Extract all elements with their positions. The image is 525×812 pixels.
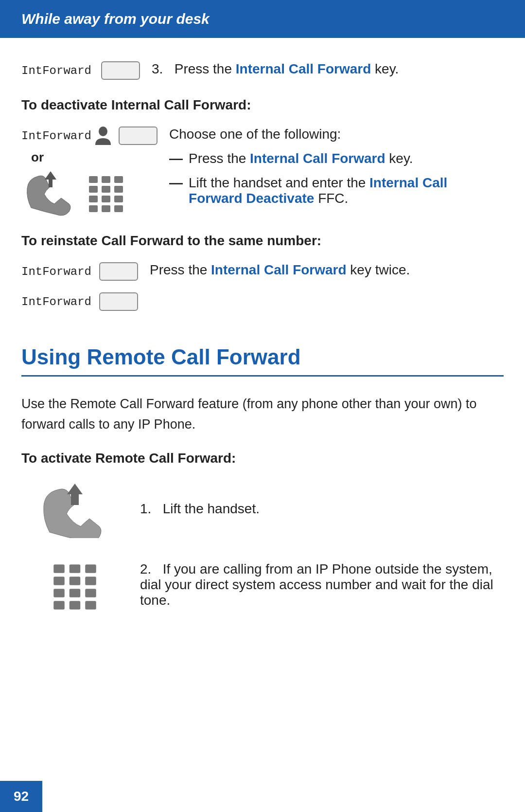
person-icon [95,126,111,145]
step3-row: IntForward 3. Press the Internal Call Fo… [21,61,504,80]
remote-step2-number: 2. [140,561,151,577]
header-bar: While away from your desk [0,0,525,38]
deactivate-icon-col: IntForward or [21,126,158,217]
bullet-item-2: — Lift the handset and enter the Interna… [169,175,504,206]
svg-rect-5 [89,186,98,193]
svg-rect-19 [70,577,81,585]
svg-rect-2 [89,176,98,183]
activate-remote-heading: To activate Remote Call Forward: [21,451,504,466]
svg-rect-16 [70,564,81,573]
bullet-item-1: — Press the Internal Call Forward key. [169,151,504,166]
bullet-1-text: Press the Internal Call Forward key. [189,151,413,166]
remote-step2-row: 2. If you are calling from an IP Phone o… [21,561,504,610]
svg-rect-15 [53,564,65,573]
svg-rect-24 [53,601,65,610]
svg-rect-4 [114,176,123,183]
dash-2: — [169,175,183,191]
svg-rect-8 [89,196,98,202]
keypad-icon-step2 [51,561,99,610]
dash-1: — [169,151,183,166]
remote-step1-icon [21,480,128,538]
svg-rect-12 [102,205,110,212]
handset-keypad-row [21,169,158,217]
remote-step2-icon [21,561,128,610]
header-title: While away from your desk [21,11,210,27]
svg-rect-3 [102,176,110,183]
deactivate-heading: To deactivate Internal Call Forward: [21,97,504,113]
main-content: IntForward 3. Press the Internal Call Fo… [0,61,525,667]
remote-step1-number: 1. [140,501,151,516]
reinstate-row-2: IntForward [21,292,138,311]
svg-rect-26 [85,601,96,610]
bullet-2-text: Lift the handset and enter the Internal … [189,175,504,206]
step3-text: 3. Press the Internal Call Forward key. [152,61,504,77]
key-button-step3 [101,61,140,80]
remote-step1-row: 1. Lift the handset. [21,480,504,538]
svg-point-0 [99,126,107,136]
svg-rect-9 [102,196,110,202]
svg-rect-22 [70,589,81,597]
intforward-label-reinstate-2: IntForward [21,295,91,308]
step3-number: 3. [152,61,163,76]
svg-rect-6 [102,186,110,193]
page-number: 92 [14,789,29,804]
intforward-label-reinstate-1: IntForward [21,265,91,278]
svg-rect-13 [114,205,123,212]
intforward-person-row: IntForward [21,126,158,145]
keypad-icon-deact [87,174,125,213]
deactivate-bullets: — Press the Internal Call Forward key. —… [169,151,504,206]
key-button-deact [119,126,158,145]
reinstate-text-before: Press the [150,262,211,277]
key-button-reinstate-1 [99,262,138,281]
deactivate-text-col: Choose one of the following: — Press the… [169,126,504,215]
remote-step1-text: 1. Lift the handset. [140,501,504,517]
reinstate-icon-col: IntForward IntForward [21,262,138,316]
svg-rect-18 [53,577,65,585]
reinstate-block: IntForward IntForward Press the Internal… [21,262,504,316]
svg-rect-17 [85,564,96,573]
step3-key-name: Internal Call Forward [236,61,371,76]
svg-rect-25 [70,601,81,610]
reinstate-text-col: Press the Internal Call Forward key twic… [150,262,504,278]
key-button-reinstate-2 [99,292,138,311]
remote-step2-label: If you are calling from an IP Phone outs… [140,561,493,608]
or-label: or [31,150,158,165]
handset-up-large-icon [36,480,114,538]
reinstate-row-1: IntForward [21,262,138,281]
svg-rect-21 [53,589,65,597]
reinstate-text-after: key twice. [347,262,410,277]
step3-icon-area: IntForward [21,61,140,80]
using-remote-title: Using Remote Call Forward [21,345,504,377]
step3-text-after: key. [371,61,399,76]
remote-step2-text: 2. If you are calling from an IP Phone o… [140,561,504,608]
intforward-label-deact: IntForward [21,129,91,143]
reinstate-heading: To reinstate Call Forward to the same nu… [21,233,504,249]
step3-text-before: Press the [175,61,236,76]
using-remote-body: Use the Remote Call Forward feature (fro… [21,394,504,435]
bullet-1-before: Press the [189,151,250,166]
bullet-1-after: key. [385,151,413,166]
svg-rect-7 [114,186,123,193]
intforward-label-step3: IntForward [21,64,91,77]
page-number-box: 92 [0,781,42,812]
handset-up-icon [21,169,80,217]
bullet-2-after: FFC. [314,191,348,206]
remote-step1-label: Lift the handset. [163,501,260,516]
bullet-1-link: Internal Call Forward [250,151,385,166]
svg-rect-11 [89,205,98,212]
deactivate-block: IntForward or [21,126,504,217]
bullet-2-before: Lift the handset and enter the [189,175,369,190]
reinstate-icon-rows: IntForward IntForward [21,262,138,316]
choose-text: Choose one of the following: [169,126,504,142]
reinstate-link: Internal Call Forward [211,262,347,277]
svg-rect-20 [85,577,96,585]
svg-rect-23 [85,589,96,597]
svg-rect-10 [114,196,123,202]
